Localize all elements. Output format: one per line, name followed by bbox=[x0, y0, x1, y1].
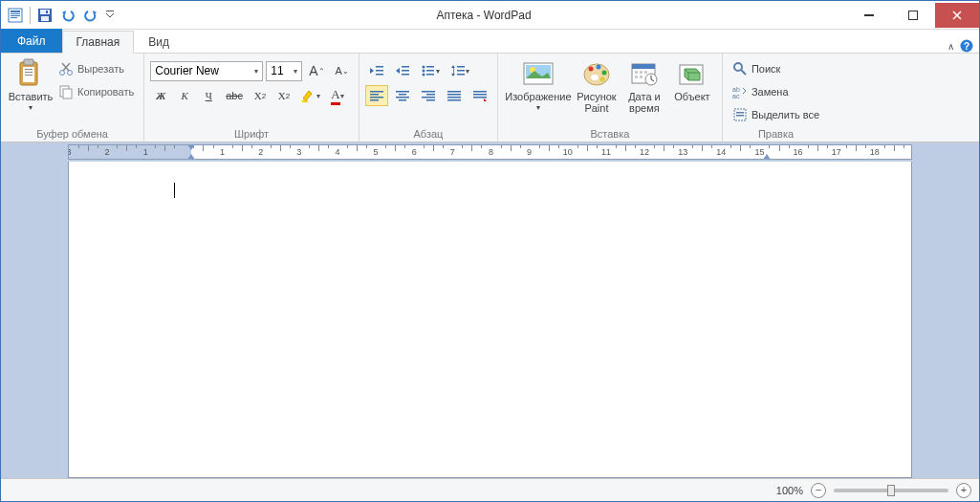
svg-text:?: ? bbox=[964, 41, 969, 52]
group-font: Courier New ▾ 11 ▾ A⌃ A⌄ Ж К Ч abc X2 X2… bbox=[144, 54, 359, 142]
insert-datetime-button[interactable]: Дата и время bbox=[621, 56, 668, 127]
svg-point-65 bbox=[596, 65, 600, 70]
line-spacing-button[interactable]: ▾ bbox=[446, 60, 473, 81]
document-page[interactable] bbox=[68, 162, 912, 478]
svg-rect-44 bbox=[370, 99, 379, 101]
bold-button[interactable]: Ж bbox=[150, 85, 171, 106]
align-left-button[interactable] bbox=[365, 85, 388, 106]
redo-icon[interactable] bbox=[80, 5, 101, 26]
svg-rect-74 bbox=[635, 76, 638, 78]
svg-rect-17 bbox=[25, 69, 33, 70]
tab-view[interactable]: Вид bbox=[134, 31, 184, 53]
svg-rect-4 bbox=[11, 17, 17, 18]
selectall-button[interactable]: Выделить все bbox=[729, 104, 823, 125]
replace-button[interactable]: abac Замена bbox=[729, 81, 823, 102]
find-button[interactable]: Поиск bbox=[729, 58, 823, 79]
font-color-button[interactable]: A▾ bbox=[327, 85, 348, 106]
group-clipboard: Вставить ▾ Вырезать Копировать Буфер обм… bbox=[1, 54, 144, 142]
ribbon: Вставить ▾ Вырезать Копировать Буфер обм… bbox=[1, 53, 979, 142]
svg-rect-1 bbox=[11, 11, 20, 12]
superscript-button[interactable]: X2 bbox=[273, 85, 294, 106]
copy-label: Копировать bbox=[77, 86, 134, 98]
italic-button[interactable]: К bbox=[174, 85, 195, 106]
svg-rect-52 bbox=[426, 99, 435, 101]
svg-rect-48 bbox=[399, 99, 406, 101]
svg-rect-49 bbox=[422, 91, 435, 93]
paste-label: Вставить bbox=[9, 91, 54, 102]
svg-rect-55 bbox=[447, 97, 461, 98]
undo-icon[interactable] bbox=[57, 5, 78, 26]
svg-rect-23 bbox=[63, 89, 72, 98]
status-bar: 100% − + bbox=[1, 478, 979, 501]
decrease-indent-button[interactable] bbox=[365, 60, 388, 81]
window-controls bbox=[847, 3, 979, 28]
tab-file[interactable]: Файл bbox=[1, 29, 62, 53]
app-icon[interactable] bbox=[5, 5, 26, 26]
copy-button[interactable]: Копировать bbox=[54, 81, 138, 102]
shrink-font-button[interactable]: A⌄ bbox=[332, 60, 353, 81]
insert-image-button[interactable]: Изображение ▾ bbox=[504, 56, 573, 127]
cut-label: Вырезать bbox=[77, 63, 124, 75]
quick-access-toolbar bbox=[1, 5, 120, 26]
svg-rect-58 bbox=[473, 94, 487, 96]
collapse-ribbon-icon[interactable]: ∧ bbox=[947, 41, 954, 52]
paragraph-dialog-button[interactable] bbox=[468, 85, 491, 106]
svg-rect-54 bbox=[447, 94, 461, 96]
font-size-select[interactable]: 11 ▾ bbox=[266, 61, 302, 81]
title-bar: Аптека - WordPad bbox=[1, 1, 979, 30]
increase-indent-button[interactable] bbox=[391, 60, 414, 81]
minimize-button[interactable] bbox=[847, 3, 891, 28]
paste-button[interactable]: Вставить ▾ bbox=[7, 56, 54, 127]
zoom-slider[interactable] bbox=[834, 489, 948, 492]
svg-rect-6 bbox=[40, 10, 50, 14]
tab-home[interactable]: Главная bbox=[62, 31, 135, 54]
subscript-button[interactable]: X2 bbox=[250, 85, 271, 106]
svg-rect-37 bbox=[453, 68, 454, 74]
zoom-value: 100% bbox=[776, 485, 803, 496]
align-justify-button[interactable] bbox=[443, 85, 466, 106]
svg-text:ac: ac bbox=[732, 93, 740, 98]
highlight-button[interactable]: ▾ bbox=[297, 85, 324, 106]
close-button[interactable] bbox=[935, 3, 979, 28]
svg-rect-53 bbox=[447, 91, 461, 93]
cut-button[interactable]: Вырезать bbox=[54, 58, 138, 79]
zoom-slider-thumb[interactable] bbox=[887, 485, 895, 496]
zoom-in-button[interactable]: + bbox=[956, 483, 971, 498]
ruler-container: 321123456789101112131415161718 bbox=[1, 142, 979, 162]
maximize-button[interactable] bbox=[891, 3, 935, 28]
svg-rect-25 bbox=[376, 66, 383, 68]
bullets-button[interactable]: ▾ bbox=[417, 60, 444, 81]
find-icon bbox=[732, 61, 748, 76]
underline-button[interactable]: Ч bbox=[198, 85, 219, 106]
group-editing: Поиск abac Замена Выделить все Правка bbox=[723, 54, 829, 142]
font-name-select[interactable]: Courier New ▾ bbox=[150, 61, 263, 81]
align-center-button[interactable] bbox=[391, 85, 414, 106]
insert-object-button[interactable]: Объект bbox=[668, 56, 716, 127]
font-name-value: Courier New bbox=[155, 64, 219, 77]
svg-rect-35 bbox=[426, 70, 434, 72]
svg-rect-2 bbox=[11, 13, 20, 14]
calendar-icon bbox=[629, 58, 660, 89]
svg-rect-72 bbox=[640, 71, 642, 74]
chevron-down-icon: ▾ bbox=[29, 102, 33, 114]
svg-text:ab: ab bbox=[732, 86, 740, 93]
svg-rect-28 bbox=[402, 66, 409, 68]
svg-rect-19 bbox=[25, 75, 33, 76]
svg-rect-34 bbox=[426, 66, 434, 68]
insert-paint-button[interactable]: Рисунок Paint bbox=[573, 56, 621, 127]
save-icon[interactable] bbox=[34, 5, 55, 26]
align-right-button[interactable] bbox=[417, 85, 440, 106]
help-icon[interactable]: ? bbox=[960, 39, 973, 53]
cut-icon bbox=[58, 61, 74, 76]
qat-dropdown-icon[interactable] bbox=[103, 5, 117, 26]
horizontal-ruler[interactable]: 321123456789101112131415161718 bbox=[68, 144, 912, 160]
svg-rect-83 bbox=[736, 115, 744, 117]
zoom-out-button[interactable]: − bbox=[811, 483, 826, 498]
group-editing-label: Правка bbox=[729, 127, 823, 140]
grow-font-button[interactable]: A⌃ bbox=[305, 60, 328, 81]
ribbon-tabs: Файл Главная Вид ∧ ? bbox=[1, 30, 979, 53]
group-font-label: Шрифт bbox=[150, 127, 353, 140]
svg-rect-43 bbox=[370, 97, 383, 98]
svg-rect-30 bbox=[402, 74, 409, 76]
strikethrough-button[interactable]: abc bbox=[222, 85, 247, 106]
